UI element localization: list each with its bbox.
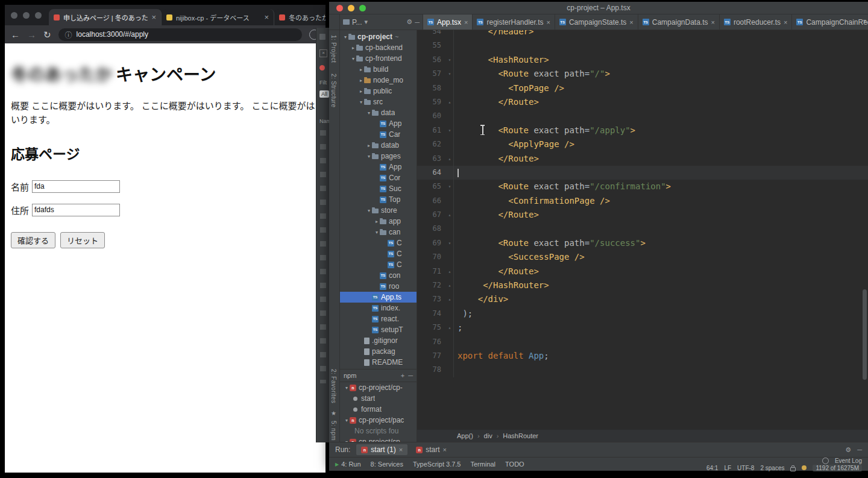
line-number[interactable]: 78 (417, 363, 446, 377)
line-number[interactable]: 76 (417, 335, 446, 349)
project-tree-row[interactable]: ▾data (340, 107, 417, 118)
line-number[interactable]: 60 (417, 109, 446, 123)
fold-icon[interactable]: ▾ (446, 53, 453, 67)
tree-arrow-icon[interactable]: ▸ (358, 78, 364, 83)
hide-panel-icon[interactable]: ─ (857, 446, 862, 454)
line-number[interactable]: 67 (417, 208, 446, 222)
tree-arrow-icon[interactable]: ▾ (344, 439, 350, 442)
tree-arrow-icon[interactable]: ▾ (358, 99, 364, 105)
code-line[interactable]: 73▴ </div> (417, 292, 868, 306)
fold-icon[interactable]: ▴ (446, 265, 453, 278)
code-line[interactable]: 74 ); (417, 307, 868, 321)
project-tree-row[interactable]: ▾can (340, 227, 417, 237)
file-encoding[interactable]: UTF-8 (737, 465, 754, 471)
code-line[interactable]: 68 (417, 222, 868, 236)
run-tab[interactable]: nstart× (411, 444, 451, 455)
minimize-window-button[interactable] (348, 5, 354, 11)
breadcrumb-item[interactable]: div (484, 432, 492, 439)
tree-arrow-icon[interactable]: ▸ (350, 45, 356, 51)
statusbar-item[interactable]: Terminal (471, 461, 496, 468)
settings-icon[interactable]: ⚙ (406, 18, 412, 26)
line-number[interactable]: 72 (417, 278, 446, 292)
code-line[interactable]: 55 (417, 39, 868, 52)
code-line[interactable]: 69▾ <Route exact path="/success"> (417, 236, 868, 250)
fold-icon[interactable]: ▾ (446, 67, 453, 81)
tab-close-icon[interactable]: × (629, 19, 633, 26)
project-tree-row[interactable]: TSApp (340, 162, 417, 172)
npm-script-row[interactable]: start (340, 393, 417, 404)
tab-close-icon[interactable]: × (399, 446, 403, 453)
code-line[interactable]: 72▴ </HashRouter> (417, 278, 868, 292)
project-tree-row[interactable]: TSSuc (340, 183, 417, 194)
event-log-button[interactable]: Event Log (835, 458, 862, 464)
fold-icon[interactable]: ▾ (446, 180, 453, 193)
statusbar-item[interactable]: TypeScript 3.7.5 (413, 461, 461, 468)
code-line[interactable]: 65▾ <Route exact path="/confirmation"> (417, 180, 868, 193)
forward-icon[interactable]: → (27, 30, 36, 39)
line-number[interactable]: 75 (417, 321, 446, 335)
project-tree-row[interactable]: TSindex. (340, 303, 417, 313)
npm-script-row[interactable]: ▾ncp-project/cp- (340, 382, 417, 393)
tab-close-icon[interactable]: × (442, 446, 446, 453)
code-line[interactable]: 71▴ </Route> (417, 265, 868, 278)
editor-tab[interactable]: TSrootReducer.ts× (720, 14, 792, 30)
tab-close-icon[interactable]: × (784, 19, 787, 26)
line-number[interactable]: 58 (417, 81, 446, 95)
browser-tab[interactable]: 申し込みページ | 冬のあった× (49, 9, 162, 25)
npm-script-row[interactable]: No scripts fou (340, 426, 417, 436)
line-number[interactable]: 74 (417, 307, 446, 321)
fold-icon[interactable]: ▴ (446, 278, 453, 292)
line-number[interactable]: 63 (417, 152, 446, 166)
tree-arrow-icon[interactable]: ▸ (374, 219, 380, 224)
tool-stripe-project[interactable]: 1: Project (330, 35, 337, 63)
code-line[interactable]: 56▾ <HashRouter> (417, 53, 868, 67)
project-tree-row[interactable]: ▸cp-backend (340, 42, 417, 53)
settings-icon[interactable]: ⚙ (845, 446, 851, 454)
code-line[interactable]: 76 (417, 335, 868, 349)
favorites-star-icon[interactable]: ★ (331, 410, 336, 417)
url-text[interactable]: localhost:3000/#/apply (77, 30, 148, 39)
inspections-indicator-icon[interactable] (802, 465, 807, 470)
address-input[interactable] (32, 204, 120, 216)
statusbar-item[interactable]: 8: Services (371, 461, 403, 468)
code-line[interactable]: 75▴; (417, 321, 868, 335)
code-line[interactable]: 59▴ </Route> (417, 95, 868, 109)
statusbar-item[interactable]: TODO (505, 461, 524, 468)
line-number[interactable]: 64 (417, 166, 446, 180)
project-tree-row[interactable]: ▸app (340, 216, 417, 227)
tool-stripe-npm[interactable]: 5: npm (330, 421, 337, 441)
line-number[interactable]: 56 (417, 53, 446, 67)
code-line[interactable]: 57▾ <Route exact path="/"> (417, 67, 868, 81)
project-tree-row[interactable]: ▸public (340, 86, 417, 96)
close-window-button[interactable] (336, 5, 343, 11)
project-panel-title[interactable]: P... (352, 18, 362, 27)
tree-arrow-icon[interactable]: ▾ (366, 110, 372, 116)
project-tree-row[interactable]: TSTop (340, 194, 417, 205)
back-icon[interactable]: ← (11, 30, 20, 39)
hidden-tabs-chevron-icon[interactable]: ▾ (863, 17, 866, 24)
fold-icon[interactable]: ▴ (446, 208, 453, 222)
line-number[interactable]: 55 (417, 39, 446, 52)
chevron-down-icon[interactable]: ▾ (364, 18, 368, 26)
tab-close-icon[interactable]: × (464, 19, 468, 26)
project-tree-row[interactable]: TSC (340, 248, 417, 259)
confirm-button[interactable]: 確認する (11, 232, 55, 248)
fold-icon[interactable]: ▴ (446, 95, 453, 109)
hide-panel-icon[interactable]: ─ (415, 19, 420, 26)
project-tree-row[interactable]: TSC (340, 259, 417, 270)
project-tree-row[interactable]: TSApp.ts (340, 292, 417, 303)
line-number[interactable]: 69 (417, 236, 446, 250)
code-line[interactable]: 54 </header> (417, 30, 868, 39)
project-tree-row[interactable]: ▸datab (340, 140, 417, 151)
editor-scrollbar[interactable] (863, 289, 867, 380)
code-line[interactable]: 70 <SuccessPage /> (417, 250, 868, 264)
npm-script-row[interactable]: ▾ncp-project/cp (340, 436, 417, 442)
tree-arrow-icon[interactable]: ▾ (374, 230, 380, 235)
tree-arrow-icon[interactable]: ▾ (366, 208, 372, 213)
project-tree-row[interactable]: ▾cp-project~ (340, 31, 417, 42)
code-line[interactable]: 58 <TopPage /> (417, 81, 868, 95)
indent-setting[interactable]: 2 spaces (760, 465, 784, 471)
tree-arrow-icon[interactable]: ▾ (344, 418, 350, 423)
project-tree-row[interactable]: README (340, 357, 417, 368)
line-number[interactable]: 77 (417, 349, 446, 363)
